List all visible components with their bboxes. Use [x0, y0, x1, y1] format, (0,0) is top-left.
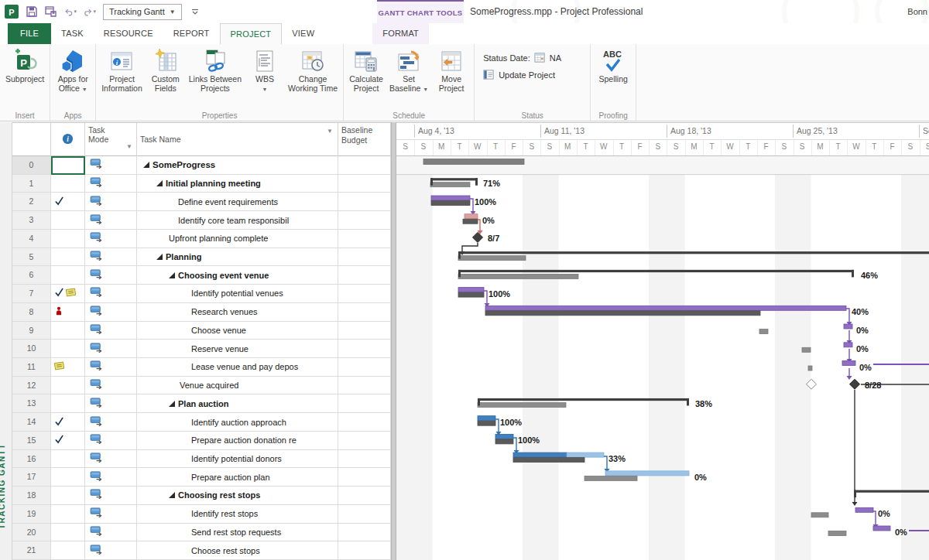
gantt-task-bar[interactable]	[873, 526, 890, 531]
baseline-budget-cell[interactable]	[338, 193, 391, 211]
gantt-task-bar[interactable]	[485, 306, 846, 310]
gantt-baseline-bar[interactable]	[495, 439, 513, 444]
row-number-header[interactable]	[12, 123, 51, 156]
gantt-baseline-bar[interactable]	[811, 513, 828, 517]
gantt-task-bar[interactable]	[431, 196, 470, 200]
task-name-cell[interactable]: Send rest stop requests	[137, 524, 338, 542]
task-name-cell[interactable]: Choose rest stops	[137, 541, 338, 560]
info-column-header[interactable]: i	[51, 123, 85, 156]
move-project-button[interactable]: MoveProject	[431, 46, 471, 93]
row-number-cell[interactable]: 10	[12, 340, 51, 358]
baseline-budget-cell[interactable]	[338, 285, 391, 303]
task-mode-cell[interactable]	[85, 193, 137, 211]
task-name-cell[interactable]: Planning	[137, 248, 338, 267]
row-number-cell[interactable]: 5	[12, 248, 51, 267]
gantt-task-bar[interactable]	[464, 214, 478, 219]
gantt-baseline-bar[interactable]	[478, 403, 566, 408]
baseline-budget-cell[interactable]	[338, 377, 391, 395]
baseline-budget-cell[interactable]	[338, 230, 391, 248]
gantt-task-bar[interactable]	[458, 288, 484, 292]
tab-view[interactable]: VIEW	[282, 23, 324, 44]
row-number-cell[interactable]: 4	[12, 230, 51, 248]
tab-report[interactable]: REPORT	[163, 23, 220, 44]
save-all-icon[interactable]	[45, 5, 57, 18]
gantt-task-bar[interactable]	[423, 159, 524, 165]
baseline-budget-cell[interactable]	[338, 505, 391, 524]
gantt-task-bar[interactable]	[844, 324, 852, 329]
row-number-cell[interactable]: 3	[12, 211, 51, 230]
gantt-chart[interactable]: 71%100%0%8/746%100%40%0%0%0%8/2838%100%1…	[396, 156, 929, 560]
indicator-cell[interactable]	[51, 377, 85, 395]
indicator-cell[interactable]	[51, 322, 85, 340]
baseline-budget-cell[interactable]	[338, 358, 391, 377]
task-name-cell[interactable]: Identify rest stops	[137, 505, 338, 524]
indicator-cell[interactable]	[51, 450, 85, 469]
collapse-triangle-icon[interactable]	[156, 254, 163, 260]
filter-arrow-icon[interactable]: ▼	[126, 143, 132, 150]
row-number-cell[interactable]: 13	[12, 394, 51, 413]
task-name-cell[interactable]: Identify core team responsibil	[137, 211, 338, 230]
gantt-summary-bar[interactable]	[458, 270, 854, 272]
row-number-cell[interactable]: 7	[12, 285, 51, 303]
baseline-budget-cell[interactable]	[338, 432, 391, 450]
baseline-budget-cell[interactable]	[338, 340, 391, 358]
task-mode-cell[interactable]	[85, 322, 137, 340]
baseline-budget-cell[interactable]	[338, 524, 391, 542]
row-number-cell[interactable]: 16	[12, 450, 51, 469]
gantt-summary-bar[interactable]	[854, 490, 929, 493]
row-number-cell[interactable]: 11	[12, 358, 51, 377]
baseline-budget-cell[interactable]	[338, 541, 391, 560]
task-name-cell[interactable]: Prepare auction plan	[137, 468, 338, 487]
gantt-baseline-bar[interactable]	[458, 274, 578, 278]
indicator-cell[interactable]	[51, 487, 85, 505]
gantt-task-bar[interactable]	[855, 507, 873, 512]
gantt-baseline-bar[interactable]	[430, 183, 470, 187]
task-mode-cell[interactable]	[85, 394, 137, 413]
task-name-cell[interactable]: Choosing rest stops	[137, 487, 338, 505]
row-number-cell[interactable]: 17	[12, 468, 51, 487]
task-name-cell[interactable]: Identify auction approach	[137, 413, 338, 432]
milestone-diamond[interactable]	[473, 232, 483, 242]
task-mode-cell[interactable]	[85, 340, 137, 358]
row-number-cell[interactable]: 20	[12, 524, 51, 542]
gantt-summary-bar[interactable]	[458, 251, 929, 254]
indicator-cell[interactable]	[51, 541, 85, 560]
collapse-triangle-icon[interactable]	[156, 180, 163, 186]
gantt-task-bar[interactable]	[605, 471, 689, 476]
task-mode-column-header[interactable]: Task Mode ▼	[85, 123, 137, 156]
indicator-cell[interactable]	[51, 230, 85, 248]
gantt-task-bar[interactable]	[567, 452, 604, 457]
indicator-cell[interactable]	[51, 285, 85, 303]
collapse-triangle-icon[interactable]	[143, 162, 149, 168]
task-name-cell[interactable]: Research venues	[137, 303, 338, 322]
timescale-header[interactable]: Aug 4, '13Aug 11, '13Aug 18, '13Aug 25, …	[396, 122, 929, 156]
row-number-cell[interactable]: 9	[12, 322, 51, 340]
gantt-summary-bar[interactable]	[478, 398, 689, 401]
gantt-baseline-bar[interactable]	[584, 476, 637, 480]
baseline-budget-cell[interactable]	[338, 266, 391, 285]
gantt-baseline-bar[interactable]	[802, 347, 811, 352]
links-between-projects-button[interactable]: Links BetweenProjects	[186, 46, 245, 93]
row-number-cell[interactable]: 8	[12, 303, 51, 322]
indicator-cell[interactable]	[51, 524, 85, 542]
task-name-cell[interactable]: Initial planning meeting	[137, 175, 338, 193]
task-name-cell[interactable]: Upfront planning complete	[137, 230, 338, 248]
task-name-cell[interactable]: Lease venue and pay depos	[137, 358, 338, 377]
gantt-baseline-bar[interactable]	[458, 292, 484, 297]
task-name-cell[interactable]: SomeProgress	[137, 156, 338, 175]
collapse-triangle-icon[interactable]	[169, 401, 175, 407]
task-name-cell[interactable]: Identify potential venues	[137, 285, 338, 303]
spelling-button[interactable]: ABCSpelling	[593, 46, 633, 84]
indicator-cell[interactable]	[51, 193, 85, 211]
baseline-budget-cell[interactable]	[338, 156, 391, 175]
indicator-cell[interactable]	[51, 358, 85, 377]
task-name-cell[interactable]: Venue acquired	[137, 377, 338, 395]
user-account-name[interactable]: Bonn	[907, 7, 927, 16]
undo-icon[interactable]: ▾	[64, 5, 77, 18]
baseline-budget-cell[interactable]	[338, 175, 391, 193]
task-name-column-header[interactable]: Task Name ▼	[137, 123, 338, 156]
gantt-baseline-bar[interactable]	[759, 330, 768, 334]
task-mode-cell[interactable]	[85, 487, 137, 505]
indicator-cell[interactable]	[51, 175, 85, 193]
row-number-cell[interactable]: 0	[12, 156, 51, 175]
